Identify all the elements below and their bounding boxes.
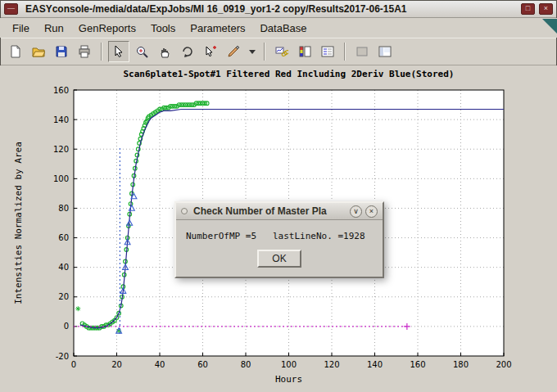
dialog-ok-button[interactable]: OK <box>257 250 301 268</box>
x-tick-label: 80 <box>241 360 251 369</box>
y-axis-label: Intensities Normalized by Area <box>13 142 24 304</box>
toolbar-separator <box>344 43 346 61</box>
save-button[interactable] <box>51 41 72 62</box>
x-tick-label: 60 <box>197 360 208 369</box>
dialog-window-menu-icon[interactable] <box>181 208 188 214</box>
hide-plot-tools-icon <box>355 45 369 58</box>
menu-item-tools[interactable]: Tools <box>143 20 183 37</box>
y-tick-label: 120 <box>53 145 69 154</box>
dialog-check-number-of-master-plates: Check Number of Master Pla ∨ × NumberOfM… <box>174 201 384 278</box>
print-button[interactable] <box>74 41 95 62</box>
window-menu-button[interactable]: — <box>4 3 18 15</box>
close-button[interactable]: × <box>539 3 553 15</box>
pan-hand-button[interactable] <box>154 41 175 62</box>
chart-region: 020406080100120140160180200-200204060801… <box>0 65 557 392</box>
brush-button[interactable] <box>223 41 244 62</box>
dialog-close-button[interactable]: × <box>365 205 378 218</box>
rotate-3d-icon <box>181 45 194 58</box>
menu-item-run[interactable]: Run <box>37 20 71 37</box>
open-folder-icon <box>32 45 45 58</box>
y-tick-label: 20 <box>58 292 69 301</box>
insert-colorbar-icon <box>298 45 311 58</box>
menu-item-database[interactable]: DataBase <box>252 20 314 37</box>
x-tick-label: 140 <box>367 360 383 369</box>
dialog-message: NumberOfMP =5 lastLineNo. =1928 <box>186 231 373 241</box>
dialog-title: Check Number of Master Pla <box>193 205 346 217</box>
pan-hand-icon <box>158 45 171 58</box>
menu-item-parameters[interactable]: Parameters <box>183 20 252 37</box>
menu-item-genreports[interactable]: GenReports <box>71 20 143 37</box>
window-titlebar[interactable]: — EASYconsole-/media/data/ExpJobs/MI 16_… <box>0 0 557 18</box>
x-tick-label: 20 <box>111 360 122 369</box>
link-plot-icon <box>275 45 288 58</box>
y-tick-label: 40 <box>58 263 69 272</box>
brush-icon <box>227 45 240 58</box>
dialog-shade-button[interactable]: ∨ <box>350 205 362 218</box>
y-tick-label: 60 <box>58 233 69 242</box>
new-file-icon <box>9 45 22 58</box>
x-tick-label: 40 <box>155 360 165 369</box>
y-tick-label: 0 <box>64 322 69 331</box>
application-window: { "window": { "title": "EASYconsole-/med… <box>0 0 557 392</box>
rotate-3d-button[interactable] <box>177 41 198 62</box>
menubar-items: FileRunGenReportsToolsParametersDataBase <box>5 20 315 37</box>
zoom-in-button[interactable] <box>131 41 152 62</box>
zoom-in-icon <box>135 45 148 58</box>
x-tick-label: 0 <box>71 360 76 369</box>
x-tick-label: 120 <box>324 360 339 369</box>
toolbar-separator <box>264 43 265 61</box>
link-plot-button[interactable] <box>271 41 292 62</box>
toolbar-separator <box>101 43 102 61</box>
menubar-corner-decoration <box>542 19 557 34</box>
chart-title: Scan6plate1-Spot#1 Filtered Red Includin… <box>124 69 455 79</box>
show-plot-tools-icon <box>378 45 392 58</box>
y-tick-label: -20 <box>56 352 69 361</box>
x-tick-label: 200 <box>496 360 511 369</box>
x-axis-label: Hours <box>275 374 302 385</box>
window-title: EASYconsole-/media/data/ExpJobs/MI 16_09… <box>25 3 521 15</box>
new-file-button[interactable] <box>5 41 26 62</box>
data-cursor-icon <box>204 45 217 58</box>
brush-dropdown-icon <box>246 45 259 58</box>
save-icon <box>55 45 68 58</box>
dialog-titlebar[interactable]: Check Number of Master Pla ∨ × <box>176 203 383 220</box>
data-cursor-button[interactable] <box>200 41 221 62</box>
x-tick-label: 160 <box>410 360 425 369</box>
y-tick-label: 100 <box>53 174 69 183</box>
menu-item-file[interactable]: File <box>5 20 37 37</box>
x-tick-label: 180 <box>453 360 469 369</box>
menubar: FileRunGenReportsToolsParametersDataBase <box>0 18 557 38</box>
y-tick-label: 160 <box>53 86 69 95</box>
open-folder-button[interactable] <box>28 41 49 62</box>
brush-dropdown-button[interactable] <box>246 41 258 62</box>
y-tick-label: 140 <box>53 115 69 124</box>
insert-colorbar-button[interactable] <box>294 41 315 62</box>
dialog-body: NumberOfMP =5 lastLineNo. =1928 OK <box>176 220 383 273</box>
toolbar <box>0 38 557 65</box>
edit-plot-arrow-button[interactable] <box>108 41 129 62</box>
hide-plot-tools-button[interactable] <box>351 41 373 62</box>
insert-legend-icon <box>321 45 334 58</box>
insert-legend-button[interactable] <box>317 41 338 62</box>
x-tick-label: 100 <box>281 360 297 369</box>
show-plot-tools-button[interactable] <box>374 41 396 62</box>
edit-plot-arrow-icon <box>112 45 125 58</box>
y-tick-label: 80 <box>58 204 69 213</box>
maximize-button[interactable]: □ <box>521 3 535 15</box>
print-icon <box>78 45 91 58</box>
